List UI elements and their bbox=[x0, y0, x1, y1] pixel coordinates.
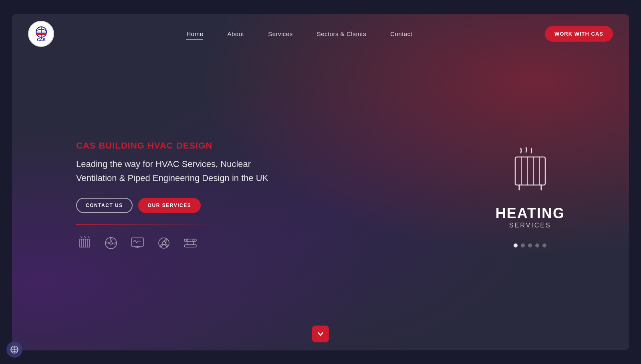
hero-headline: CAS BUILDING HVAC DESIGN bbox=[76, 141, 276, 151]
nav-link-about[interactable]: About bbox=[227, 30, 244, 37]
left-content: CAS BUILDING HVAC DESIGN Leading the way… bbox=[76, 141, 276, 251]
heating-title: HEATING bbox=[496, 205, 565, 222]
logo[interactable]: CAS bbox=[28, 21, 54, 47]
nav-links: Home About Services Sectors & Clients Co… bbox=[186, 30, 412, 38]
svg-line-15 bbox=[133, 240, 135, 242]
svg-point-25 bbox=[186, 239, 188, 241]
scroll-down-button[interactable] bbox=[312, 326, 329, 342]
nav-link-sectors[interactable]: Sectors & Clients bbox=[317, 30, 367, 37]
nav-link-services[interactable]: Services bbox=[268, 30, 293, 37]
piping-icon[interactable] bbox=[182, 235, 199, 251]
work-with-button[interactable]: WORK WITH CAS bbox=[545, 26, 613, 42]
svg-point-26 bbox=[193, 239, 194, 241]
contact-us-button[interactable]: CONTACT US bbox=[76, 198, 133, 213]
svg-text:CAS: CAS bbox=[37, 38, 45, 42]
svg-rect-27 bbox=[515, 157, 545, 185]
our-services-button[interactable]: OUR SERVICES bbox=[138, 198, 201, 213]
nav-link-home[interactable]: Home bbox=[186, 30, 203, 40]
nuclear-icon[interactable] bbox=[155, 235, 172, 251]
right-content: HEATING SERVICES bbox=[496, 145, 565, 247]
heating-icon-wrap bbox=[504, 145, 556, 197]
svg-point-11 bbox=[110, 242, 112, 244]
dot-1[interactable] bbox=[514, 243, 518, 247]
heating-sub: SERVICES bbox=[496, 222, 565, 229]
nav-item-about[interactable]: About bbox=[227, 30, 244, 38]
browser-icon bbox=[6, 342, 22, 358]
nav-item-services[interactable]: Services bbox=[268, 30, 293, 38]
dot-4[interactable] bbox=[535, 243, 539, 247]
monitor-icon[interactable] bbox=[129, 235, 146, 251]
radiator-icon[interactable] bbox=[76, 235, 93, 251]
ventilation-icon[interactable] bbox=[103, 235, 119, 251]
dot-2[interactable] bbox=[521, 243, 525, 247]
globe-icon bbox=[10, 345, 19, 354]
dot-3[interactable] bbox=[528, 243, 532, 247]
service-icons-row bbox=[76, 235, 276, 251]
svg-rect-22 bbox=[184, 245, 196, 247]
hero-description: Leading the way for HVAC Services, Nucle… bbox=[76, 157, 276, 185]
main-content: CAS BUILDING HVAC DESIGN Leading the way… bbox=[12, 54, 629, 322]
main-frame: CAS Home About Services Sectors & Client… bbox=[12, 14, 629, 350]
navbar: CAS Home About Services Sectors & Client… bbox=[12, 14, 629, 54]
nav-item-contact[interactable]: Contact bbox=[390, 30, 412, 38]
svg-line-17 bbox=[137, 241, 138, 243]
svg-point-10 bbox=[105, 237, 117, 249]
cta-buttons: CONTACT US OUR SERVICES bbox=[76, 198, 276, 213]
dot-5[interactable] bbox=[542, 243, 546, 247]
heating-radiator-icon bbox=[504, 145, 556, 197]
divider bbox=[76, 224, 220, 225]
logo-icon: CAS bbox=[31, 24, 51, 44]
svg-line-16 bbox=[135, 240, 137, 243]
nav-link-contact[interactable]: Contact bbox=[390, 30, 412, 37]
arrow-down-icon bbox=[316, 330, 325, 338]
nav-item-sectors[interactable]: Sectors & Clients bbox=[317, 30, 367, 38]
svg-rect-4 bbox=[36, 33, 46, 35]
heating-label: HEATING SERVICES bbox=[496, 205, 565, 229]
carousel-dots bbox=[514, 243, 546, 247]
nav-item-home[interactable]: Home bbox=[186, 30, 203, 38]
